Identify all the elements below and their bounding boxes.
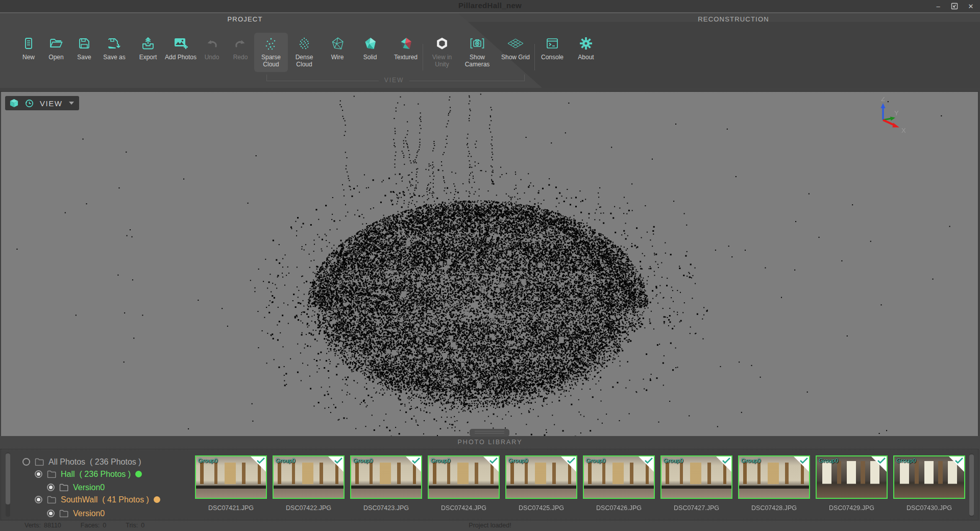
photo-filename: DSC07430.JPG: [888, 504, 970, 512]
toolbar-button-console[interactable]: Console: [535, 33, 569, 65]
toolbar-button-export[interactable]: Export: [131, 33, 165, 65]
tab-project[interactable]: PROJECT: [189, 15, 301, 23]
photo-filename: DSC07427.JPG: [655, 504, 738, 512]
view-group-bracket: [266, 75, 267, 81]
point-cloud-canvas: [1, 92, 978, 436]
title-bar: PillaredHall_new – ✕: [0, 0, 980, 12]
tree-item-version0-southwall[interactable]: Version0: [47, 508, 105, 519]
toolbar-button-textured[interactable]: Textured: [389, 33, 423, 65]
radio-button[interactable]: [47, 510, 55, 517]
wireframe-gem-icon: [330, 36, 345, 51]
dense-cloud-icon: [297, 36, 312, 51]
folder-icon: [47, 470, 56, 478]
folder-icon: [35, 458, 44, 466]
photo-thumbnail[interactable]: Group0 DSC07423.JPG: [350, 455, 422, 499]
unity-logo-icon: [434, 36, 450, 51]
photo-thumbnail[interactable]: Group0 DSC07421.JPG: [195, 455, 267, 499]
check-icon: [722, 457, 731, 464]
view-group-bracket: [524, 75, 525, 81]
photo-thumbnail[interactable]: Group0 DSC07422.JPG: [273, 455, 345, 499]
check-icon: [954, 457, 964, 464]
toolbar-button-add-photos[interactable]: Add Photos: [164, 33, 198, 65]
toolbar-button-save-as[interactable]: Save as: [97, 33, 131, 65]
photo-filename: DSC07421.JPG: [190, 504, 272, 512]
photos-scrollbar-thumb[interactable]: [969, 454, 974, 516]
view-history-icon: [24, 99, 34, 108]
check-icon: [877, 457, 886, 464]
toolbar-button-save[interactable]: Save: [67, 33, 101, 65]
tree-item-southwall[interactable]: SouthWall ( 41 Photos ): [35, 494, 160, 505]
photo-group-badge: Group0: [431, 457, 450, 464]
photo-thumbnail[interactable]: Group0 DSC07428.JPG: [738, 455, 810, 499]
undo-icon: [204, 36, 219, 51]
tree-scrollbar-thumb[interactable]: [6, 453, 10, 504]
radio-button[interactable]: [47, 484, 55, 491]
photo-group-badge: Group0: [896, 457, 916, 464]
open-folder-icon: [48, 36, 64, 51]
check-icon: [411, 457, 421, 464]
toolbar-separator: [423, 44, 423, 70]
toolbar-button-about[interactable]: About: [569, 33, 603, 65]
textured-gem-icon: [398, 36, 413, 51]
check-icon: [489, 457, 498, 464]
restore-button[interactable]: [948, 1, 961, 12]
photo-group-badge: Group0: [198, 457, 217, 464]
photo-group-badge: Group0: [276, 457, 295, 464]
tree-item-hall[interactable]: Hall ( 236 Photos ): [35, 468, 142, 480]
photo-group-badge: Group0: [508, 457, 528, 464]
restore-icon: [951, 3, 958, 10]
sparse-cloud-icon: [263, 36, 279, 51]
check-icon: [334, 457, 343, 464]
toolbar-button-wire[interactable]: Wire: [321, 33, 354, 65]
radio-button[interactable]: [35, 470, 42, 478]
console-icon: [545, 36, 560, 51]
photo-filename: DSC07424.JPG: [423, 504, 505, 512]
view-menu-button[interactable]: VIEW: [5, 96, 79, 110]
close-button[interactable]: ✕: [965, 1, 977, 12]
photo-thumbnail[interactable]: Group0 DSC07427.JPG: [660, 455, 732, 499]
folder-icon: [47, 496, 56, 503]
toolbar-button-show-grid[interactable]: Show Grid: [499, 33, 532, 65]
tab-reconstruction[interactable]: RECONSTRUCTION: [677, 15, 790, 23]
new-document-icon: [21, 36, 36, 51]
radio-button[interactable]: [35, 496, 42, 503]
photo-thumbnail[interactable]: Group0 DSC07424.JPG: [428, 455, 500, 499]
3d-viewport[interactable]: VIEW Z Y X: [1, 92, 978, 436]
toolbar-button-view-in-unity: View in Unity: [425, 33, 459, 72]
photo-group-badge: Group0: [819, 457, 838, 464]
photo-filename: DSC07429.JPG: [811, 504, 893, 512]
chevron-down-icon: [69, 102, 74, 105]
check-icon: [644, 457, 653, 464]
axis-x-label: X: [901, 127, 906, 134]
minimize-button[interactable]: –: [932, 1, 944, 12]
view-group-bracket: [266, 81, 379, 81]
panel-splitter-handle[interactable]: [470, 429, 509, 437]
toolbar-button-sparse-cloud[interactable]: Sparse Cloud: [254, 33, 288, 72]
view-menu-label: VIEW: [40, 99, 62, 108]
toolbar-button-dense-cloud[interactable]: Dense Cloud: [287, 33, 321, 72]
photo-filename: DSC07425.JPG: [500, 504, 582, 512]
photo-thumbnail[interactable]: Group0 DSC07429.JPG: [816, 455, 888, 499]
photo-thumbnail[interactable]: Group0 DSC07425.JPG: [505, 455, 577, 499]
tree-item-all-photos[interactable]: All Photos ( 236 Photos ): [22, 456, 141, 468]
photo-thumbnail[interactable]: Group0 DSC07426.JPG: [583, 455, 655, 499]
minimize-icon: –: [936, 3, 940, 10]
export-icon: [140, 36, 156, 51]
photo-group-badge: Group0: [664, 457, 683, 464]
toolbar-button-solid[interactable]: Solid: [353, 33, 387, 65]
camera-icon: [470, 36, 485, 51]
status-dot-green: [135, 471, 142, 477]
photo-library-panel: All Photos ( 236 Photos ) Hall ( 236 Pho…: [1, 449, 978, 520]
radio-button[interactable]: [22, 458, 30, 466]
photo-thumbnail[interactable]: Group0 DSC07430.JPG: [893, 455, 965, 499]
photo-filename: DSC07426.JPG: [578, 504, 660, 512]
photo-group-badge: Group0: [586, 457, 605, 464]
axis-z-label: Z: [881, 97, 885, 103]
save-as-floppy-icon: [107, 36, 122, 51]
view-group-label: VIEW: [379, 77, 409, 84]
save-floppy-icon: [77, 36, 92, 51]
view-group-bracket: [409, 81, 525, 81]
toolbar-separator: [534, 44, 535, 70]
toolbar-button-show-cameras[interactable]: Show Cameras: [460, 33, 494, 72]
tree-item-version0-hall[interactable]: Version0: [47, 481, 105, 493]
